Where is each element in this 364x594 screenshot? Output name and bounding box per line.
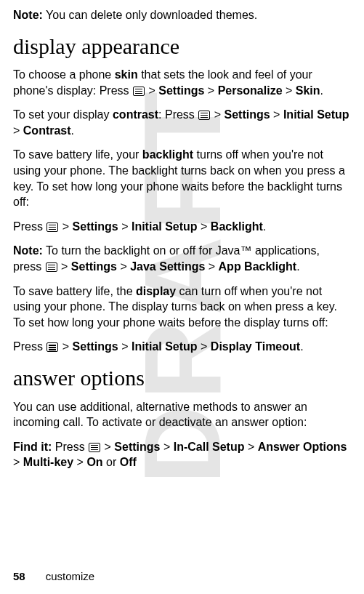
para-find-it: Find it: Press > Settings > In-Call Setu…: [13, 439, 351, 470]
para-backlight-path: Press > Settings > Initial Setup > Backl…: [13, 219, 351, 235]
section-name: customize: [46, 570, 95, 582]
heading-display-appearance: display appearance: [13, 32, 351, 62]
note-delete-themes: Note: You can delete only downloaded the…: [13, 7, 351, 23]
note-java-backlight: Note: To turn the backlight on or off fo…: [13, 243, 351, 274]
para-answer-intro: You can use additional, alternative meth…: [13, 399, 351, 430]
note-label: Note:: [13, 244, 43, 257]
note-label: Note:: [13, 9, 43, 21]
para-skin: To choose a phone skin that sets the loo…: [13, 67, 351, 98]
para-contrast: To set your display contrast: Press > Se…: [13, 107, 351, 138]
menu-icon: [89, 443, 100, 452]
menu-icon: [198, 111, 210, 120]
menu-icon: [46, 262, 57, 272]
para-display-intro: To save battery life, the display can tu…: [13, 284, 351, 331]
para-display-path: Press > Settings > Initial Setup > Displ…: [13, 339, 351, 355]
para-backlight-intro: To save battery life, your backlight tur…: [13, 147, 351, 209]
heading-answer-options: answer options: [13, 364, 351, 393]
menu-icon: [133, 87, 145, 96]
menu-icon: [46, 222, 58, 232]
note-text: You can delete only downloaded themes.: [43, 9, 257, 21]
page-footer: 58customize: [13, 569, 351, 584]
menu-icon: [46, 342, 58, 352]
find-it-label: Find it:: [13, 441, 52, 453]
page-content: Note: You can delete only downloaded the…: [13, 7, 351, 470]
page-number: 58: [13, 570, 25, 582]
